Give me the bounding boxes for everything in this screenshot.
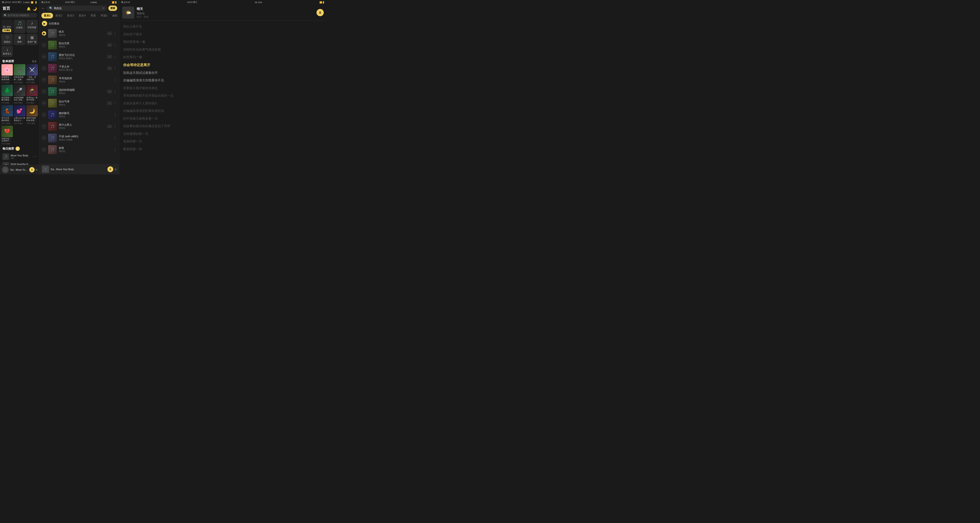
quick-item-import[interactable]: ↓ 歌单导入 <box>2 46 13 57</box>
mid-search-input[interactable] <box>54 7 101 10</box>
more-icon-1[interactable]: ⋮ <box>113 43 117 47</box>
playlist-item-8[interactable]: 🌙 爱而不得的时候,再爱就不礼貌啦 4102万播放 <box>26 105 38 125</box>
more-icon-8[interactable]: ⋮ <box>113 124 117 128</box>
lyric-line-13[interactable]: 但故事的最后你好像还是说了拜拜 <box>123 122 323 130</box>
add-btn-9[interactable]: + <box>42 136 46 140</box>
lyric-line-3[interactable]: 没想到失去的勇气我还留着 <box>123 46 323 54</box>
quick-item-charts[interactable]: ♛ 榜单 <box>14 34 25 45</box>
tab-eryu[interactable]: 耳语 <box>88 13 98 18</box>
result-item-0[interactable]: ▶ 🎵 晴天 周杰伦 MV ⋮ <box>40 28 119 39</box>
daily-song-more-0[interactable]: ⋯ <box>32 155 37 159</box>
clear-btn[interactable]: ✕ <box>102 6 105 10</box>
result-item-9[interactable]: + 🎵 不该 (with aMEI) 周杰伦 张惠妹 ⋮ <box>40 132 119 144</box>
more-icon-9[interactable]: ⋮ <box>113 136 117 140</box>
np-pause-btn[interactable]: ⏸ <box>317 9 324 16</box>
lyric-line-10[interactable]: 从前从前有个人爱你很久 <box>123 99 323 107</box>
lyric-line-0[interactable]: 我怎么看不见 <box>123 23 323 30</box>
add-btn-1[interactable]: + <box>42 43 46 47</box>
play-all-circle-btn[interactable]: ▶ <box>42 21 47 26</box>
mid-play-pause-btn[interactable]: ⏸ <box>107 166 113 172</box>
add-btn-3[interactable]: + <box>42 66 46 70</box>
lyric-line-12[interactable]: 好不容易又能再多爱一天 <box>123 115 323 123</box>
playlist-item-4[interactable]: 🎤 90后的独家记忆,些熟悉的旋律 9028万播放 <box>14 85 25 104</box>
playlist-more-link[interactable]: 更多 <box>32 60 37 63</box>
lyric-line-4[interactable]: 好想再问一遍 <box>123 53 323 61</box>
tab-music2[interactable]: 音乐2 <box>53 13 65 18</box>
result-item-5[interactable]: + 🎵 说好的幸福呢 周杰伦 MV ⋮ <box>40 86 119 97</box>
bell-icon[interactable]: 🔔 <box>27 7 31 11</box>
result-item-3[interactable]: + 🎵 千里之外 周杰伦 费玉清 MV ⋮ <box>40 62 119 74</box>
more-icon-4[interactable]: ⋮ <box>113 78 117 82</box>
add-btn-10[interactable]: + <box>42 147 46 152</box>
left-search-bar[interactable]: 🔍 <box>2 13 37 18</box>
more-icon-7[interactable]: ⋮ <box>113 113 117 117</box>
playlist-item-6[interactable]: 💃 侠气古风：腰间两把刀｜断和了 3461万播放 <box>2 105 13 125</box>
result-item-10[interactable]: + 🎵 稻香 周杰伦 ⋮ <box>40 144 119 155</box>
lyric-line-16[interactable]: 教室的那一间 <box>123 145 323 153</box>
mv-icon-3[interactable]: MV <box>107 67 112 70</box>
more-icon-6[interactable]: ⋮ <box>113 101 117 105</box>
back-btn[interactable]: ← <box>41 6 45 10</box>
mv-icon-0[interactable]: MV <box>107 32 112 35</box>
add-btn-8[interactable]: + <box>42 124 46 129</box>
playlist-item-3[interactable]: 🌲 放空冥想｜解开脑海里的结 479万播放 <box>2 85 13 104</box>
quick-item-playlist-square[interactable]: ⊞ 歌单广场 <box>26 34 38 45</box>
result-item-6[interactable]: + 🎵 告白气球 周杰伦 MV ⋮ <box>40 97 119 109</box>
mv-icon-5[interactable]: MV <box>107 90 112 93</box>
lyric-line-1[interactable]: 消失的下雨天 <box>123 30 323 38</box>
playlist-item-5[interactable]: 🥷 丧系Rap｜渐渐不再期待任何东西 152万播放 <box>26 85 38 104</box>
search-button[interactable]: 搜索 <box>108 6 117 11</box>
mv-icon-6[interactable]: MV <box>107 102 112 105</box>
quick-item-favorites[interactable]: ♡ 我喜欢 <box>2 34 13 45</box>
mv-icon-8[interactable]: MV <box>107 125 112 128</box>
add-btn-6[interactable]: + <box>42 101 46 105</box>
playlist-item-0[interactable]: 🌸 甜度爆表｜旅律说嗜甜少女心 752万播放 <box>2 64 13 84</box>
daily-play-all-btn[interactable]: ▶ <box>16 147 20 151</box>
quick-item-tiktok[interactable]: ♪ 抖音热曲 <box>26 20 38 33</box>
more-icon-5[interactable]: ⋮ <box>113 89 117 94</box>
lyric-line-2[interactable]: 我好想再淋一遍 <box>123 38 323 46</box>
result-item-7[interactable]: + 🎵 她的睫毛 周杰伦 ⋮ <box>40 109 119 121</box>
add-btn-7[interactable]: + <box>42 113 46 117</box>
more-icon-0[interactable]: ⋮ <box>113 32 117 35</box>
lyric-line-6[interactable]: 刮风这天我试过握着你手 <box>123 69 323 77</box>
playlist-item-7[interactable]: 💕 心跳100%,请查收这个甜蜜惊喜 2102万播放 <box>14 105 25 125</box>
result-item-1[interactable]: + 🎵 阳光宅男 周杰伦 MV ⋮ <box>40 39 119 51</box>
search-input[interactable] <box>8 14 35 17</box>
mv-icon-2[interactable]: MV <box>107 55 112 58</box>
lyric-line-11[interactable]: 但偏偏风渐渐把距离吹得好远 <box>123 107 323 115</box>
lyric-line-7[interactable]: 但偏偏雨渐渐大到我看你不见 <box>123 77 323 84</box>
tab-music4[interactable]: 音乐4 <box>76 13 88 18</box>
playlist-item-9[interactable]: 💔 伤感片段｜太热情不被珍惜 2402万播放 <box>2 126 13 145</box>
lyric-line-5[interactable]: 你会等待还是离开 <box>123 61 323 69</box>
quick-item-white-noise[interactable]: 🎵 白噪音 <box>14 20 25 33</box>
add-btn-2[interactable]: + <box>42 54 46 59</box>
lyric-line-8[interactable]: 还要多久我才能在你身边 <box>123 84 323 92</box>
tab-music3[interactable]: 音乐3 <box>65 13 76 18</box>
tab-music1[interactable]: 音乐1 <box>41 13 53 18</box>
left-play-pause-btn[interactable]: ⏸ <box>29 167 35 172</box>
left-queue-btn[interactable]: ≡ <box>35 168 38 172</box>
result-item-2[interactable]: + 🎵 爱的飞行日记 周杰伦 杨瑞代 MV ⋮ <box>40 51 119 62</box>
add-btn-4[interactable]: + <box>42 78 46 82</box>
mv-icon-1[interactable]: MV <box>107 43 112 46</box>
result-item-4[interactable]: + 🎵 爷爷泡的茶 周杰伦 ⋮ <box>40 74 119 86</box>
more-icon-3[interactable]: ⋮ <box>113 66 117 70</box>
result-item-8[interactable]: + 🎵 算什么男人 周杰伦 MV ⋮ <box>40 121 119 132</box>
mid-queue-btn[interactable]: ≡ <box>115 167 117 171</box>
daily-song-0[interactable]: 🎵 Move Your Body Sia ⋯ <box>2 152 37 161</box>
now-playing-item[interactable]: 正在播放 Sia - Move Your Body <box>2 20 13 33</box>
add-btn-5[interactable]: + <box>42 89 46 94</box>
tab-eryu2[interactable]: 耳语2 <box>98 13 110 18</box>
lyric-line-9[interactable]: 等到放晴的那天也许我会比较好一点 <box>123 92 323 99</box>
search-input-container[interactable]: 🔍 ✕ <box>47 6 107 11</box>
tab-relax[interactable]: 放松 <box>110 13 119 18</box>
lyric-line-15[interactable]: 花落的那一天 <box>123 137 323 145</box>
playlist-item-2[interactable]: ⚔️ 「片段」你与星河皆不必 5441万播放 <box>26 64 38 84</box>
more-icon-10[interactable]: ⋮ <box>113 148 117 151</box>
moon-icon[interactable]: 🌙 <box>33 7 37 11</box>
add-btn-0[interactable]: ▶ <box>42 31 46 36</box>
lyric-line-14[interactable]: 为你翅课的那一天 <box>123 130 323 138</box>
more-icon-2[interactable]: ⋮ <box>113 55 117 59</box>
playlist-item-1[interactable]: 🎧 耳机里的秘密｜宝藏女声合集 5155万播放 <box>14 64 25 84</box>
